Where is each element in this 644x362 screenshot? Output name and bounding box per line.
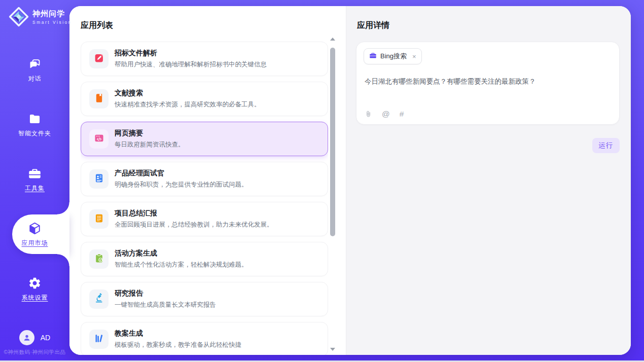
cube-icon bbox=[28, 222, 42, 235]
app-card-description: 每日政府新闻资讯快查。 bbox=[115, 140, 185, 149]
web-code-icon bbox=[94, 133, 104, 146]
user-initials: AD bbox=[41, 334, 50, 342]
app-card-title: 教案生成 bbox=[115, 329, 241, 338]
app-card-description: 全面回顾项目进展，总结经验教训，助力未来优化发展。 bbox=[115, 221, 273, 229]
app-card-title: 招标文件解析 bbox=[115, 49, 267, 58]
sidebar-nav: 对话 智能文件夹 工具集 应用市场 系统设置 bbox=[0, 54, 69, 328]
scrollbar-thumb[interactable] bbox=[330, 48, 335, 236]
edit-doc-icon bbox=[94, 53, 104, 65]
active-curve-top bbox=[57, 202, 69, 214]
clipboard-check-icon bbox=[94, 253, 104, 266]
app-card-description: 模板驱动，教案秒成，教学准备从此轻松快捷 bbox=[115, 341, 241, 349]
scrollbar[interactable] bbox=[330, 37, 336, 352]
app-card[interactable]: 教案生成 模板驱动，教案秒成，教学准备从此轻松快捷 bbox=[81, 322, 328, 355]
sidebar-item-toolset[interactable]: 工具集 bbox=[0, 163, 69, 196]
app-card-title: 文献搜索 bbox=[115, 89, 261, 98]
app-card[interactable]: 文献搜索 快速精准查找学术资源，提高研究效率的必备工具。 bbox=[81, 82, 328, 116]
app-card[interactable]: 研究报告 一键智能生成高质量长文本研究报告 bbox=[81, 282, 328, 316]
report-notes-icon bbox=[94, 213, 104, 226]
user-row[interactable]: AD bbox=[0, 330, 69, 345]
app-card-title: 活动方案生成 bbox=[115, 249, 248, 258]
sidebar-item-app-market[interactable]: 应用市场 bbox=[0, 218, 69, 250]
app-card-list: 招标文件解析 帮助用户快速、准确地理解和解析招标书中的关键信息 文献搜索 快速精… bbox=[81, 42, 328, 355]
folder-icon bbox=[28, 112, 42, 126]
book-icon bbox=[94, 93, 104, 105]
app-card-title: 产品经理面试官 bbox=[115, 169, 248, 178]
at-icon[interactable]: @ bbox=[382, 110, 390, 119]
prompt-input-card[interactable]: Bing搜索 × 今日湖北有哪些新闻要点？有哪些需要关注的最新政策？ @# bbox=[356, 42, 620, 125]
app-card-title: 网页摘要 bbox=[115, 129, 185, 138]
sidebar-item-chat[interactable]: 对话 bbox=[0, 54, 69, 86]
app-card-description: 快速精准查找学术资源，提高研究效率的必备工具。 bbox=[115, 100, 261, 109]
app-list-title: 应用列表 bbox=[81, 20, 113, 31]
briefcase-icon bbox=[369, 52, 377, 61]
app-card-description: 智能生成个性化活动方案，轻松解决规划难题。 bbox=[115, 261, 248, 269]
chat-icon bbox=[28, 57, 42, 71]
active-curve-bottom bbox=[57, 254, 69, 266]
scrollbar-up-arrow-icon[interactable] bbox=[330, 38, 335, 41]
toolbox-icon bbox=[28, 167, 42, 180]
tool-tag-label: Bing搜索 bbox=[380, 52, 407, 61]
app-detail-title: 应用详情 bbox=[357, 20, 389, 31]
query-text[interactable]: 今日湖北有哪些新闻要点？有哪些需要关注的最新政策？ bbox=[365, 77, 611, 86]
resume-icon bbox=[94, 173, 104, 186]
brand-subtitle: Smart Vision bbox=[32, 20, 72, 25]
sidebar-item-system-settings[interactable]: 系统设置 bbox=[0, 273, 69, 305]
gear-icon bbox=[28, 276, 42, 290]
tool-tag-bing-search[interactable]: Bing搜索 × bbox=[364, 48, 422, 64]
input-toolbar: @# bbox=[365, 110, 404, 119]
run-button[interactable]: 运行 bbox=[592, 138, 620, 153]
app-card-description: 一键智能生成高质量长文本研究报告 bbox=[115, 301, 216, 309]
brand: 神州问学 Smart Vision bbox=[9, 7, 72, 27]
sidebar-item-smart-folders[interactable]: 智能文件夹 bbox=[0, 108, 69, 141]
app-card[interactable]: 活动方案生成 智能生成个性化活动方案，轻松解决规划难题。 bbox=[81, 242, 328, 276]
app-card[interactable]: 网页摘要 每日政府新闻资讯快查。 bbox=[81, 122, 328, 156]
hash-icon[interactable]: # bbox=[400, 110, 404, 119]
app-card[interactable]: 项目总结汇报 全面回顾项目进展，总结经验教训，助力未来优化发展。 bbox=[81, 202, 328, 236]
brand-name: 神州问学 bbox=[32, 9, 72, 19]
app-card-title: 项目总结汇报 bbox=[115, 209, 273, 218]
sidebar: 神州问学 Smart Vision 对话 智能文件夹 工具集 应用市场 系统设置 bbox=[0, 0, 69, 362]
sidebar-footer: ©神州数码·神州问学出品 bbox=[0, 349, 69, 356]
main-content: 应用列表 招标文件解析 帮助用户快速、准确地理解和解析招标书中的关键信息 文献搜… bbox=[69, 6, 631, 355]
app-card-title: 研究报告 bbox=[115, 289, 216, 298]
app-card-description: 帮助用户快速、准确地理解和解析招标书中的关键信息 bbox=[115, 60, 267, 69]
app-window: 神州问学 Smart Vision 对话 智能文件夹 工具集 应用市场 系统设置 bbox=[0, 0, 644, 362]
paperclip-icon[interactable] bbox=[365, 110, 372, 119]
app-card[interactable]: 招标文件解析 帮助用户快速、准确地理解和解析招标书中的关键信息 bbox=[81, 42, 328, 76]
brand-logo-icon bbox=[9, 7, 29, 27]
avatar bbox=[19, 330, 34, 345]
app-card[interactable]: 产品经理面试官 明确身份和职责，为您提供专业性的面试问题。 bbox=[81, 162, 328, 196]
microscope-icon bbox=[94, 293, 104, 306]
tag-close-icon[interactable]: × bbox=[412, 53, 416, 60]
app-list-panel: 应用列表 招标文件解析 帮助用户快速、准确地理解和解析招标书中的关键信息 文献搜… bbox=[69, 6, 346, 355]
books-icon bbox=[94, 333, 104, 346]
scrollbar-down-arrow-icon[interactable] bbox=[330, 348, 335, 351]
app-card-description: 明确身份和职责，为您提供专业性的面试问题。 bbox=[115, 180, 248, 189]
app-detail-panel: 应用详情 Bing搜索 × 今日湖北有哪些新闻要点？有哪些需要关注的最新政策？ … bbox=[346, 6, 631, 355]
